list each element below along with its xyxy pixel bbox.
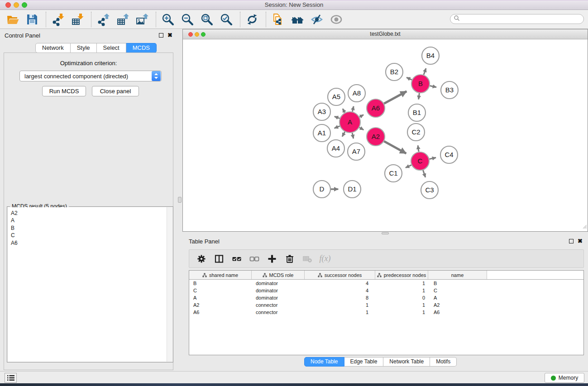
mcds-result-list[interactable]: A2ABCA6 — [8, 207, 167, 362]
tab-style[interactable]: Style — [71, 43, 97, 53]
table-cell[interactable]: A — [189, 295, 252, 300]
splitter-handle[interactable] — [178, 197, 182, 203]
tab-motifs[interactable]: Motifs — [430, 357, 457, 367]
tab-select[interactable]: Select — [97, 43, 126, 53]
hide-panel-icon[interactable] — [310, 12, 324, 27]
graph-edge-C-C2[interactable] — [418, 145, 419, 152]
tab-edge-table[interactable]: Edge Table — [344, 357, 384, 367]
table-cell[interactable]: dominator — [252, 295, 305, 300]
table-cell[interactable]: 1 — [375, 288, 428, 293]
graph-node-C1[interactable]: C1 — [385, 165, 402, 182]
graph-edge-B-B4[interactable] — [424, 68, 426, 75]
zoom-in-icon[interactable] — [161, 12, 175, 27]
graph-node-B1[interactable]: B1 — [408, 104, 425, 121]
open-session-icon[interactable] — [5, 12, 20, 27]
clone-network-icon[interactable] — [271, 12, 285, 27]
graph-node-B4[interactable]: B4 — [422, 47, 439, 64]
tab-mcds[interactable]: MCDS — [126, 43, 157, 53]
graph-node-A[interactable]: A — [339, 112, 360, 133]
graph-node-C3[interactable]: C3 — [421, 181, 438, 199]
table-cell[interactable]: connector — [252, 302, 305, 308]
result-scrollbar[interactable] — [167, 207, 172, 362]
task-history-button[interactable] — [5, 373, 17, 383]
table-cell[interactable]: 8 — [305, 295, 375, 300]
graph-node-A8[interactable]: A8 — [348, 85, 365, 102]
graph-edge-B-B3[interactable] — [430, 86, 437, 87]
graph-edge-A-A6[interactable] — [359, 115, 363, 117]
table-row[interactable]: Cdominator41C — [189, 287, 583, 294]
table-cell[interactable]: 0 — [375, 295, 428, 300]
refresh-icon[interactable] — [245, 12, 259, 27]
table-cell[interactable]: 4 — [305, 281, 375, 286]
graph-node-B[interactable]: B — [411, 75, 430, 93]
graph-node-A6[interactable]: A6 — [367, 99, 385, 117]
table-cell[interactable]: A2 — [189, 302, 252, 308]
table-cell[interactable]: dominator — [252, 281, 305, 286]
table-settings-gear-icon[interactable] — [196, 253, 207, 265]
run-mcds-button[interactable]: Run MCDS — [42, 86, 86, 96]
graph-node-A7[interactable]: A7 — [348, 143, 365, 160]
graph-edge-C-C1[interactable] — [406, 165, 411, 168]
export-table-icon[interactable] — [115, 12, 130, 27]
maximize-window-icon[interactable] — [22, 2, 27, 8]
table-cell[interactable]: A6 — [189, 310, 252, 315]
horizontal-splitter[interactable] — [182, 232, 588, 235]
float-panel-icon[interactable] — [159, 33, 163, 38]
export-network-icon[interactable] — [96, 12, 110, 27]
zoom-out-icon[interactable] — [180, 12, 195, 27]
graph-node-A4[interactable]: A4 — [327, 140, 344, 157]
deselect-all-icon[interactable] — [249, 253, 260, 265]
save-session-icon[interactable] — [25, 12, 39, 27]
table-cell[interactable]: connector — [252, 310, 305, 315]
table-cell[interactable]: B — [428, 281, 487, 286]
graph-edge-A-A2[interactable] — [359, 128, 363, 130]
minimize-network-icon[interactable] — [195, 32, 199, 37]
close-panel-icon[interactable]: ✖ — [167, 33, 172, 38]
graph-node-C[interactable]: C — [411, 152, 429, 170]
select-all-icon[interactable] — [231, 253, 243, 265]
zoom-fit-icon[interactable] — [200, 12, 214, 27]
table-cell[interactable]: 1 — [375, 310, 428, 315]
tab-node-table[interactable]: Node Table — [304, 357, 344, 367]
close-network-icon[interactable] — [188, 32, 193, 37]
graph-node-A5[interactable]: A5 — [328, 88, 345, 105]
graph-node-D1[interactable]: D1 — [344, 181, 361, 198]
tab-network-table[interactable]: Network Table — [383, 357, 430, 367]
table-cell[interactable]: 1 — [305, 302, 375, 308]
graph-node-A2[interactable]: A2 — [367, 128, 385, 146]
tab-network[interactable]: Network — [35, 43, 71, 53]
table-cell[interactable]: A — [428, 295, 487, 300]
search-input[interactable] — [462, 15, 583, 23]
home-icon[interactable] — [290, 12, 305, 27]
table-row[interactable]: A2connector11A2 — [189, 301, 583, 309]
vertical-splitter[interactable] — [177, 29, 182, 371]
memory-button[interactable]: Memory — [545, 373, 584, 383]
show-panel-icon[interactable] — [329, 12, 344, 27]
table-row[interactable]: Bdominator41B — [189, 280, 583, 287]
table-cell[interactable]: A2 — [428, 302, 487, 308]
graph-edge-A-A5[interactable] — [343, 109, 345, 113]
graph-edge-A-A1[interactable] — [335, 126, 340, 129]
maximize-network-icon[interactable] — [201, 32, 206, 37]
graph-edge-C-C3[interactable] — [423, 170, 425, 177]
minimize-window-icon[interactable] — [14, 2, 19, 8]
graph-edge-A-A4[interactable] — [342, 132, 345, 137]
table-cell[interactable]: dominator — [252, 288, 305, 293]
graph-edge-A-A7[interactable] — [352, 133, 354, 139]
graph-node-C4[interactable]: C4 — [440, 146, 458, 163]
criterion-dropdown[interactable]: largest connected component (directed) — [19, 71, 162, 81]
table-cell[interactable]: C — [428, 288, 487, 293]
graph-edge-C-C4[interactable] — [430, 157, 436, 159]
float-panel-icon[interactable] — [569, 239, 574, 243]
column-header-shared-name[interactable]: shared name — [189, 271, 252, 279]
export-image-icon[interactable] — [135, 12, 149, 27]
table-cell[interactable]: 1 — [375, 302, 428, 308]
graph-edge-A2-C[interactable] — [384, 141, 406, 153]
zoom-selected-icon[interactable] — [219, 12, 234, 27]
close-panel-button[interactable]: Close panel — [92, 86, 139, 96]
graph-node-D[interactable]: D — [313, 181, 330, 198]
network-canvas[interactable]: AA1A2A3A4A5A6A7A8BB1B2B3B4CC1C2C3C4DD1 — [183, 39, 588, 231]
graph-edge-A6-B[interactable] — [384, 91, 406, 104]
delete-column-icon[interactable] — [284, 253, 296, 265]
import-network-icon[interactable] — [51, 12, 65, 27]
